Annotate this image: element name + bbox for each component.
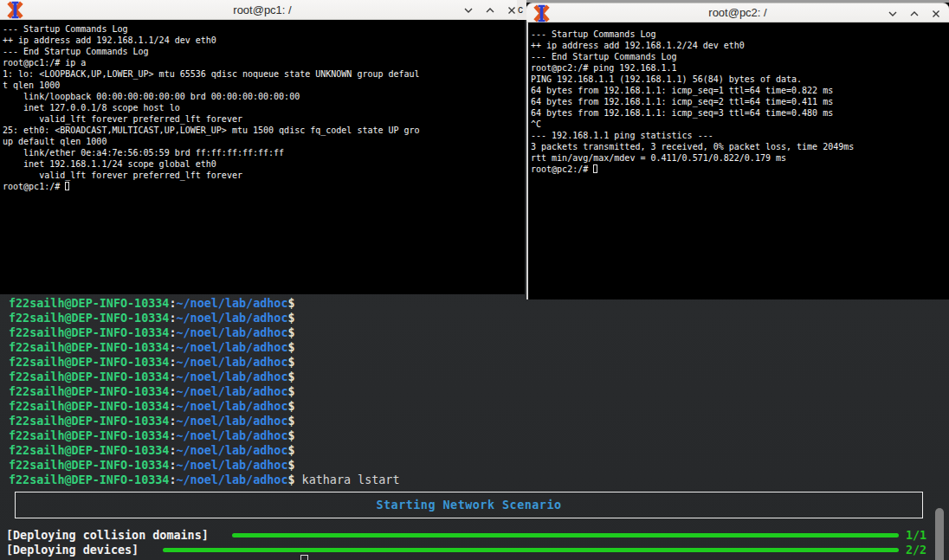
terminal-output-line: inet 192.168.1.1/24 scope global eth0 (3, 158, 525, 170)
prompt-path: ~/noel/lab/adhoc (177, 356, 288, 369)
terminal-output-line: root@pc2:/# ping 192.168.1.1 (531, 62, 949, 74)
prompt-path: ~/noel/lab/adhoc (177, 312, 288, 325)
shell-prompt-line: f22sailh@DEP-INFO-10334:~/noel/lab/adhoc… (9, 370, 400, 384)
prompt-path: ~/noel/lab/adhoc (177, 473, 288, 486)
terminal-output-line: valid_lft forever preferred_lft forever (3, 113, 525, 125)
prompt-path: ~/noel/lab/adhoc (177, 370, 288, 383)
prompt-colon: : (169, 459, 176, 472)
prompt-history: f22sailh@DEP-INFO-10334:~/noel/lab/adhoc… (9, 296, 400, 487)
prompt-user-host: f22sailh@DEP-INFO-10334 (9, 400, 169, 413)
titlebar-pc1[interactable]: root@pc1: / (0, 0, 525, 20)
prompt-symbol: $ (288, 312, 295, 325)
shell-prompt-line: f22sailh@DEP-INFO-10334:~/noel/lab/adhoc… (9, 414, 400, 428)
prompt-symbol: $ (288, 444, 295, 457)
prompt-symbol: $ (288, 473, 295, 486)
prompt-symbol: $ (288, 429, 295, 442)
prompt-colon: : (169, 341, 176, 354)
terminal-output-line: ++ ip address add 192.168.1.1/24 dev eth… (3, 35, 525, 46)
prompt-path: ~/noel/lab/adhoc (177, 326, 288, 339)
terminal-screen-pc2[interactable]: --- Startup Commands Log++ ip address ad… (526, 23, 949, 175)
window-pc1: root@pc1: / --- Startup Commands Log++ i… (0, 0, 525, 294)
scrollbar-thumb[interactable] (935, 508, 944, 560)
window-pc2: root@pc2: / --- Startup Commands Log++ i… (526, 0, 949, 299)
prompt-colon: : (169, 312, 176, 325)
prompt-user-host: f22sailh@DEP-INFO-10334 (9, 341, 169, 354)
prompt-colon: : (169, 326, 176, 339)
prompt-path: ~/noel/lab/adhoc (177, 459, 288, 472)
close-button[interactable] (928, 6, 944, 22)
terminal-output-line: 64 bytes from 192.168.1.1: icmp_seq=3 tt… (531, 107, 949, 119)
prompt-symbol: $ (288, 385, 295, 398)
xterm-scrollbar[interactable] (526, 23, 528, 299)
prompt-colon: : (169, 297, 176, 310)
prompt-path: ~/noel/lab/adhoc (177, 297, 288, 310)
prompt-symbol: $ (288, 356, 295, 369)
terminal-output-line: up default qlen 1000 (3, 136, 525, 147)
terminal-output-line: 25: eth0: <BROADCAST,MULTICAST,UP,LOWER_… (3, 125, 525, 136)
prompt-user-host: f22sailh@DEP-INFO-10334 (9, 459, 169, 472)
terminal-output-line: 1: lo: <LOOPBACK,UP,LOWER_UP> mtu 65536 … (3, 68, 525, 80)
prompt-symbol: $ (288, 415, 295, 428)
prompt-path: ~/noel/lab/adhoc (177, 385, 288, 398)
maximize-button[interactable] (482, 3, 498, 18)
terminal-output-line: --- Startup Commands Log (3, 23, 525, 35)
terminal-output-line: valid_lft forever preferred_lft forever (3, 170, 525, 181)
window-title-pc1: root@pc1: / (0, 3, 525, 16)
prompt-colon: : (169, 415, 176, 428)
prompt-user-host: f22sailh@DEP-INFO-10334 (9, 297, 169, 310)
prompt-user-host: f22sailh@DEP-INFO-10334 (9, 385, 169, 398)
shell-command: kathara lstart (295, 473, 400, 486)
minimize-button[interactable] (461, 3, 476, 18)
shell-prompt-line: root@pc1:/# (3, 181, 525, 192)
xterm-icon (533, 4, 551, 23)
terminal-output-line: ^C (531, 119, 949, 130)
terminal-cursor (65, 182, 69, 190)
prompt-colon: : (169, 370, 176, 383)
terminal-output-line: ++ ip address add 192.168.1.2/24 dev eth… (531, 40, 949, 51)
shell-prompt-line: f22sailh@DEP-INFO-10334:~/noel/lab/adhoc… (9, 296, 400, 311)
banner-box: Starting Network Scenario (15, 492, 923, 518)
terminal-output-line: 64 bytes from 192.168.1.1: icmp_seq=1 tt… (531, 85, 949, 96)
maximize-button[interactable] (907, 6, 922, 22)
prompt-user-host: f22sailh@DEP-INFO-10334 (9, 370, 169, 383)
shell-prompt-line: f22sailh@DEP-INFO-10334:~/noel/lab/adhoc… (9, 399, 400, 414)
prompt-path: ~/noel/lab/adhoc (177, 415, 288, 428)
prompt-colon: : (169, 444, 176, 457)
progress-label-devices: [Deploying devices] (6, 543, 139, 557)
terminal-cursor (593, 164, 597, 173)
shell-prompt-line: f22sailh@DEP-INFO-10334:~/noel/lab/adhoc… (9, 443, 400, 458)
shell-prompt-line: f22sailh@DEP-INFO-10334:~/noel/lab/adhoc… (9, 340, 400, 355)
shell-prompt-line: f22sailh@DEP-INFO-10334:~/noel/lab/adhoc… (9, 355, 400, 370)
prompt-symbol: $ (288, 326, 295, 339)
terminal-output-line: --- End Startup Commands Log (531, 51, 949, 62)
terminal-screen-pc1[interactable]: --- Startup Commands Log++ ip address ad… (0, 20, 525, 192)
prompt-colon: : (169, 356, 176, 369)
progress-count-collision-domains: 1/1 (906, 528, 926, 543)
prompt-symbol: $ (288, 370, 295, 383)
prompt-user-host: f22sailh@DEP-INFO-10334 (9, 356, 169, 369)
progress-bar-devices (163, 548, 899, 552)
prompt-colon: : (169, 400, 176, 413)
titlebar-pc2[interactable]: root@pc2: / (526, 3, 949, 23)
terminal-output-line: --- Startup Commands Log (531, 29, 949, 40)
shell-prompt-line: f22sailh@DEP-INFO-10334:~/noel/lab/adhoc… (9, 384, 400, 399)
minimize-button[interactable] (885, 6, 901, 22)
prompt-user-host: f22sailh@DEP-INFO-10334 (9, 312, 169, 325)
shell-prompt-line: f22sailh@DEP-INFO-10334:~/noel/lab/adhoc… (9, 311, 400, 325)
terminal-output-line: --- 192.168.1.1 ping statistics --- (531, 130, 949, 141)
banner-text: Starting Network Scenario (376, 499, 561, 512)
terminal-output-line: 64 bytes from 192.168.1.1: icmp_seq=2 tt… (531, 96, 949, 107)
prompt-path: ~/noel/lab/adhoc (177, 429, 288, 442)
shell-prompt-line: f22sailh@DEP-INFO-10334:~/noel/lab/adhoc… (9, 428, 400, 443)
xterm-icon (6, 1, 24, 19)
terminal-cursor (300, 555, 308, 560)
prompt-symbol: $ (288, 297, 295, 310)
prompt-path: ~/noel/lab/adhoc (177, 400, 288, 413)
prompt-user-host: f22sailh@DEP-INFO-10334 (9, 326, 169, 339)
prompt-user-host: f22sailh@DEP-INFO-10334 (9, 473, 169, 486)
prompt-path: ~/noel/lab/adhoc (177, 444, 288, 457)
terminal-output-line: rtt min/avg/max/mdev = 0.411/0.571/0.822… (531, 152, 949, 164)
prompt-symbol: $ (288, 341, 295, 354)
prompt-symbol: $ (288, 400, 295, 413)
terminal-output-line: root@pc1:/# ip a (3, 57, 525, 68)
